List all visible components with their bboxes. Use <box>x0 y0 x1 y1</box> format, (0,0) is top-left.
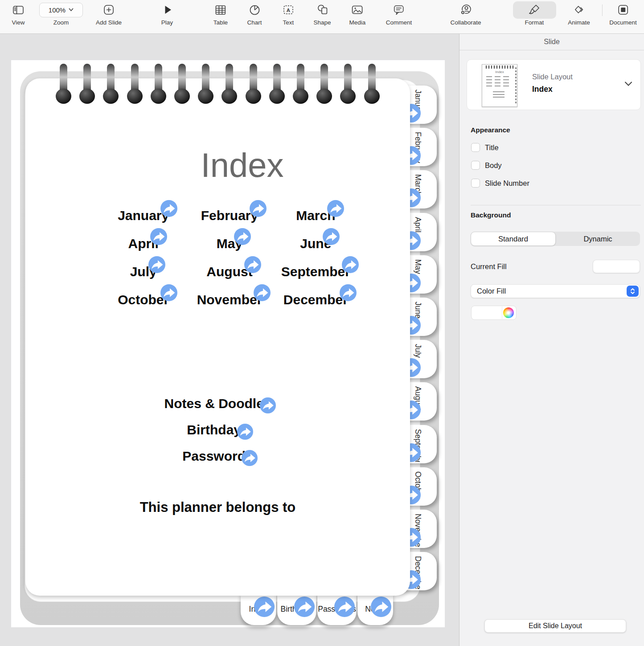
thumbnail-spiral <box>486 65 513 69</box>
bottom-tab-notes[interactable]: Notes <box>357 593 393 625</box>
month-label: March <box>296 208 335 223</box>
link-badge[interactable] <box>294 597 315 617</box>
month-label: June <box>300 236 331 251</box>
play-button[interactable]: Play <box>160 1 174 26</box>
spiral-ring <box>269 64 285 105</box>
link-label: Notes & Doodles <box>164 396 271 411</box>
month-link-june[interactable]: June <box>300 236 331 251</box>
link-badge[interactable] <box>254 284 271 301</box>
link-badge[interactable] <box>334 597 355 617</box>
chevron-down-icon[interactable] <box>624 80 632 88</box>
month-link-september[interactable]: September <box>281 264 350 279</box>
add-slide-button[interactable]: Add Slide <box>96 1 122 26</box>
month-link-october[interactable]: October <box>118 292 169 307</box>
link-badge[interactable] <box>327 200 344 217</box>
spiral-ring <box>127 64 143 105</box>
link-badge[interactable] <box>244 256 261 273</box>
index-link-passwords[interactable]: Passwords <box>25 443 410 469</box>
link-badge[interactable] <box>160 200 177 217</box>
spiral-ring <box>174 64 190 105</box>
link-badge[interactable] <box>323 228 340 245</box>
document-button[interactable]: Document <box>609 1 637 26</box>
link-label: Passwords <box>182 449 253 464</box>
appearance-option-body[interactable]: Body <box>471 160 529 171</box>
fill-type-value: Color Fill <box>477 287 506 295</box>
month-link-august[interactable]: August <box>206 264 252 279</box>
bottom-tab-passwords[interactable]: Passwords <box>317 593 357 625</box>
slide-layout-card[interactable]: Index Slide Layout Index <box>467 59 641 110</box>
segment-dynamic[interactable]: Dynamic <box>556 232 640 246</box>
link-badge[interactable] <box>371 597 391 617</box>
fill-type-select[interactable]: Color Fill <box>471 284 640 298</box>
belongs-to-text: This planner belongs to <box>25 499 410 515</box>
link-badge[interactable] <box>150 228 167 245</box>
format-icon <box>525 1 544 19</box>
link-badge[interactable] <box>234 228 251 245</box>
slide-canvas[interactable]: January February March April May June Ju… <box>0 34 459 646</box>
month-link-may[interactable]: May <box>217 236 242 251</box>
color-well-divider <box>502 307 502 319</box>
select-stepper-icon[interactable] <box>627 286 639 297</box>
link-arrow-icon <box>237 424 253 440</box>
animate-button[interactable]: Animate <box>568 1 590 26</box>
link-badge[interactable] <box>254 597 275 617</box>
link-badge[interactable] <box>340 284 357 301</box>
bottom-tab-index[interactable]: Index <box>241 593 276 625</box>
link-badge[interactable] <box>148 256 165 273</box>
chart-button[interactable]: Chart <box>247 1 262 26</box>
thumbnail-title: Index <box>482 70 517 74</box>
view-button[interactable]: View <box>12 1 25 26</box>
zoom-control[interactable]: 100% Zoom <box>39 1 83 26</box>
side-tab-label: April <box>413 217 422 233</box>
link-badge[interactable] <box>260 397 276 413</box>
month-link-july[interactable]: July <box>130 264 157 279</box>
link-badge[interactable] <box>250 200 267 217</box>
sidebar-title: Slide <box>459 34 644 50</box>
appearance-option-title[interactable]: Title <box>471 142 529 153</box>
month-link-december[interactable]: December <box>283 292 348 307</box>
link-arrow-icon <box>254 597 275 617</box>
link-arrow-icon <box>342 256 359 273</box>
current-fill-swatch[interactable] <box>593 260 640 273</box>
slide[interactable]: January February March April May June Ju… <box>11 60 445 627</box>
format-button[interactable]: Format <box>525 1 544 26</box>
link-badge[interactable] <box>237 424 253 440</box>
month-link-march[interactable]: March <box>296 208 335 223</box>
link-badge[interactable] <box>160 284 177 301</box>
checkbox[interactable] <box>471 179 480 188</box>
edit-slide-layout-button[interactable]: Edit Slide Layout <box>484 619 626 633</box>
spiral-ring <box>246 64 261 105</box>
thumbnail-link-lines <box>493 91 505 98</box>
month-link-november[interactable]: November <box>197 292 263 307</box>
comment-button[interactable]: Comment <box>386 1 412 26</box>
month-link-april[interactable]: April <box>128 236 158 251</box>
zoom-dropdown[interactable]: 100% <box>39 3 83 17</box>
planner-page: Index January February March April May J… <box>25 78 410 596</box>
shape-button[interactable]: Shape <box>313 1 331 26</box>
appearance-option-slide-number[interactable]: Slide Number <box>471 178 529 188</box>
text-button[interactable]: A Text <box>282 1 295 26</box>
spiral-ring <box>222 64 237 105</box>
checkbox[interactable] <box>471 143 480 152</box>
rings <box>11 60 445 114</box>
months-grid: January February March April May June Ju… <box>100 201 359 314</box>
media-button[interactable]: Media <box>349 1 366 26</box>
collaborate-button[interactable]: Collaborate <box>450 1 481 26</box>
link-arrow-icon <box>340 284 357 301</box>
month-link-january[interactable]: January <box>118 208 169 223</box>
link-arrow-icon <box>148 256 165 273</box>
table-button[interactable]: Table <box>213 1 228 26</box>
index-link-notes-doodles[interactable]: Notes & Doodles <box>25 390 410 417</box>
link-badge[interactable] <box>342 256 359 273</box>
link-badge[interactable] <box>242 450 258 466</box>
link-arrow-icon <box>244 256 261 273</box>
fill-color-well[interactable] <box>471 306 517 320</box>
comment-icon <box>386 1 412 19</box>
color-wheel-icon[interactable] <box>503 307 514 318</box>
index-link-birthdays[interactable]: Birthdays <box>25 417 410 443</box>
segment-standard[interactable]: Standard <box>471 232 556 246</box>
month-link-february[interactable]: February <box>201 208 258 223</box>
checkbox[interactable] <box>471 161 480 170</box>
link-arrow-icon <box>327 200 344 217</box>
bottom-tab-birthdays[interactable]: Birthdays <box>277 593 316 625</box>
